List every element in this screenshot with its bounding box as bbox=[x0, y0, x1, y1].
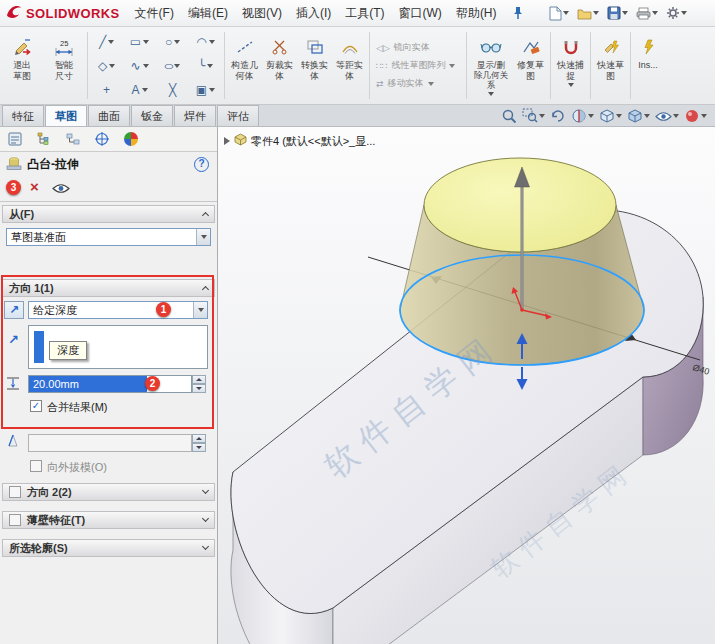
graphics-area[interactable]: 零件4 (默认<<默认>_显... bbox=[218, 127, 715, 644]
tab-surfaces[interactable]: 曲面 bbox=[88, 105, 130, 126]
tab-features[interactable]: 特征 bbox=[2, 105, 44, 126]
expand-chevron-icon[interactable] bbox=[202, 515, 209, 522]
menu-window[interactable]: 窗口(W) bbox=[392, 0, 449, 27]
from-plane-dropdown[interactable]: 草图基准面 bbox=[6, 228, 211, 246]
pin-menu-icon[interactable] bbox=[504, 6, 532, 20]
flyout-caret-icon[interactable] bbox=[174, 64, 180, 68]
hide-show-caret-icon[interactable] bbox=[673, 114, 679, 118]
sketch-trim-button[interactable]: ╳ bbox=[156, 78, 189, 102]
print-button[interactable] bbox=[633, 5, 661, 22]
tab-sheet-metal[interactable]: 钣金 bbox=[131, 105, 173, 126]
collapse-chevron-icon[interactable] bbox=[202, 286, 209, 293]
view-orientation-caret-icon[interactable] bbox=[616, 114, 622, 118]
section-view-caret-icon[interactable] bbox=[588, 114, 594, 118]
print-caret-icon[interactable] bbox=[652, 11, 658, 15]
convert-entities-button[interactable]: 转换实体 bbox=[297, 29, 332, 102]
draft-angle-field[interactable] bbox=[28, 434, 192, 452]
spinner-down-button[interactable] bbox=[192, 384, 206, 393]
tab-weldments[interactable]: 焊件 bbox=[174, 105, 216, 126]
flyout-caret-icon[interactable] bbox=[209, 40, 215, 44]
section-direction1-header[interactable]: 方向 1(1) bbox=[2, 279, 215, 297]
new-document-caret-icon[interactable] bbox=[563, 11, 569, 15]
open-button[interactable] bbox=[574, 5, 602, 22]
display-delete-relations-button[interactable]: 显示/删除几何关系 bbox=[469, 29, 513, 102]
zoom-area-caret-icon[interactable] bbox=[539, 114, 545, 118]
options-caret-icon[interactable] bbox=[681, 11, 687, 15]
thin-feature-checkbox[interactable] bbox=[9, 514, 21, 526]
section-direction2-header[interactable]: 方向 2(2) bbox=[2, 483, 215, 501]
edit-appearance-caret-icon[interactable] bbox=[701, 114, 707, 118]
direction-reference-box[interactable]: 深度 bbox=[28, 325, 208, 369]
spinner-up-button[interactable] bbox=[192, 375, 206, 384]
save-button[interactable] bbox=[604, 4, 631, 22]
save-caret-icon[interactable] bbox=[622, 11, 628, 15]
display-style-caret-icon[interactable] bbox=[644, 114, 650, 118]
open-caret-icon[interactable] bbox=[593, 11, 599, 15]
trim-entities-button[interactable]: 剪裁实体 bbox=[262, 29, 297, 102]
feature-manager-tree-tab[interactable] bbox=[35, 130, 53, 148]
menu-tools[interactable]: 工具(T) bbox=[338, 0, 391, 27]
reverse-direction-button[interactable]: ↗ bbox=[4, 301, 24, 319]
spinner-down-button[interactable] bbox=[192, 443, 206, 452]
flyout-caret-icon[interactable] bbox=[428, 82, 434, 86]
tab-sketch[interactable]: 草图 bbox=[45, 105, 87, 126]
sketch-spline-button[interactable]: ∿ bbox=[123, 54, 156, 78]
preview-eye-icon[interactable] bbox=[52, 183, 70, 196]
flyout-caret-icon[interactable] bbox=[109, 64, 115, 68]
dropdown-caret-box[interactable] bbox=[193, 302, 207, 318]
expand-chevron-icon[interactable] bbox=[202, 487, 209, 494]
display-style-button[interactable] bbox=[627, 108, 650, 124]
sketch-fillet-button[interactable]: ╰ bbox=[189, 54, 222, 78]
rapid-sketch-button[interactable]: 快速草图 bbox=[593, 29, 628, 102]
section-from-header[interactable]: 从(F) bbox=[2, 205, 215, 223]
cancel-button[interactable]: × bbox=[30, 178, 39, 195]
collapse-chevron-icon[interactable] bbox=[202, 212, 209, 219]
end-condition-dropdown[interactable]: 给定深度 bbox=[28, 301, 208, 319]
menu-help[interactable]: 帮助(H) bbox=[449, 0, 504, 27]
sketch-slot-button[interactable]: ▣ bbox=[189, 78, 222, 102]
flyout-caret-icon[interactable] bbox=[449, 64, 455, 68]
sketch-polygon-button[interactable]: ◇ bbox=[90, 54, 123, 78]
sketch-arc-button[interactable]: ◠ bbox=[189, 30, 222, 54]
display-manager-tab[interactable] bbox=[122, 130, 140, 148]
options-button[interactable] bbox=[663, 4, 690, 22]
section-view-button[interactable] bbox=[571, 108, 594, 124]
smart-dimension-button[interactable]: 25 智能尺寸 bbox=[43, 29, 85, 102]
menu-insert[interactable]: 插入(I) bbox=[289, 0, 338, 27]
hide-show-items-button[interactable] bbox=[655, 111, 679, 122]
flyout-caret-icon[interactable] bbox=[207, 64, 213, 68]
sketch-rectangle-button[interactable]: ▭ bbox=[123, 30, 156, 54]
draft-outward-checkbox[interactable] bbox=[30, 460, 42, 472]
edit-appearance-button[interactable] bbox=[684, 108, 707, 124]
zoom-fit-button[interactable] bbox=[502, 109, 517, 124]
flyout-caret-icon[interactable] bbox=[143, 40, 149, 44]
previous-view-button[interactable] bbox=[550, 108, 566, 124]
instant2d-button[interactable]: Ins... bbox=[633, 29, 663, 102]
flyout-caret-icon[interactable] bbox=[143, 64, 149, 68]
property-manager-tab[interactable] bbox=[6, 130, 24, 148]
linear-sketch-pattern-button[interactable]: ∷∷ 线性草图阵列 bbox=[376, 59, 464, 72]
flyout-caret-icon[interactable] bbox=[108, 40, 114, 44]
menu-view[interactable]: 视图(V) bbox=[235, 0, 289, 27]
section-thin-feature-header[interactable]: 薄壁特征(T) bbox=[2, 511, 215, 529]
flyout-caret-icon[interactable] bbox=[142, 88, 148, 92]
new-document-button[interactable] bbox=[546, 4, 572, 23]
spinner-up-button[interactable] bbox=[192, 434, 206, 443]
sketch-circle-button[interactable]: ○ bbox=[156, 30, 189, 54]
view-orientation-button[interactable] bbox=[599, 108, 622, 124]
mirror-entities-button[interactable]: ◁▷ 镜向实体 bbox=[376, 41, 464, 54]
configuration-manager-tab[interactable] bbox=[64, 130, 82, 148]
dropdown-caret-box[interactable] bbox=[196, 229, 210, 245]
menu-file[interactable]: 文件(F) bbox=[128, 0, 181, 27]
flyout-caret-icon[interactable] bbox=[568, 83, 574, 87]
flyout-caret-icon[interactable] bbox=[209, 88, 215, 92]
move-entities-button[interactable]: ⇄ 移动实体 bbox=[376, 77, 464, 90]
offset-entities-button[interactable]: 等距实体 bbox=[332, 29, 367, 102]
menu-edit[interactable]: 编辑(E) bbox=[181, 0, 235, 27]
sketch-ellipse-button[interactable]: ○ bbox=[156, 54, 189, 78]
depth-value-field[interactable]: 20.00mm bbox=[28, 375, 192, 393]
expand-chevron-icon[interactable] bbox=[202, 543, 209, 550]
zoom-area-button[interactable] bbox=[522, 108, 545, 124]
merge-result-checkbox[interactable]: ✓ bbox=[30, 400, 42, 412]
tree-item-label[interactable]: 零件4 (默认<<默认>_显... bbox=[251, 134, 375, 149]
